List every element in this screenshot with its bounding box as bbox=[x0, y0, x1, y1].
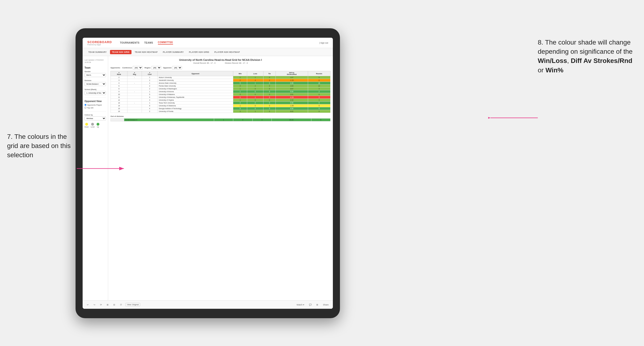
cell-conf: 1 bbox=[142, 76, 158, 79]
cell-reg bbox=[128, 110, 142, 113]
cell-rounds: 16 bbox=[308, 82, 330, 85]
nav-item-tournaments[interactable]: TOURNAMENTS bbox=[120, 41, 140, 44]
opponents-label: Opponents: bbox=[110, 67, 120, 69]
cell-diff: -4.33 bbox=[276, 96, 308, 99]
cell-rank: 9 bbox=[111, 90, 128, 93]
cell-conf: 6 bbox=[142, 96, 158, 99]
table-row: 82University of Washington1003.673 bbox=[111, 87, 330, 90]
cell-reg: - bbox=[128, 90, 142, 93]
out-div-name: NCAA Division II bbox=[124, 119, 214, 121]
cell-reg bbox=[128, 104, 142, 107]
col-win: Win bbox=[233, 71, 247, 76]
cell-opponent: University of Arkansas, Fayetteville bbox=[158, 96, 233, 99]
cell-win: 3 bbox=[233, 110, 247, 113]
conference-select[interactable]: (All) bbox=[133, 66, 142, 70]
conference-label: Conference bbox=[122, 67, 132, 69]
cell-conf: 1 bbox=[142, 102, 158, 104]
colour-by-select[interactable]: Win/loss bbox=[84, 116, 106, 120]
sub-nav-team-h2h-grid[interactable]: TEAM H2H GRID bbox=[110, 50, 132, 54]
sign-out-link[interactable]: | Sign out bbox=[319, 42, 328, 44]
cell-opponent: Auburn University bbox=[158, 76, 233, 79]
region-select[interactable]: (All) bbox=[151, 66, 161, 70]
cell-conf: 1 bbox=[142, 82, 158, 85]
opponent-select[interactable]: (All) bbox=[172, 66, 182, 70]
logo-text: SCOREBOARD bbox=[87, 40, 112, 44]
col-diff: Diff AvStrokes/Rnd bbox=[276, 71, 308, 76]
team-section-title: Team bbox=[84, 66, 106, 69]
cell-win: 1 bbox=[233, 99, 247, 102]
cell-conf: 6 bbox=[142, 104, 158, 107]
table-row: 13-1Texas Tech University3005.569 bbox=[111, 102, 330, 104]
cell-loss: 4 bbox=[247, 79, 264, 82]
division-label: Division bbox=[84, 79, 106, 82]
cell-reg bbox=[128, 87, 142, 90]
cell-tie: 0 bbox=[264, 104, 276, 107]
nav-items: TOURNAMENTS TEAMS COMMITTEE bbox=[120, 41, 173, 44]
sub-nav-player-h2h-grid[interactable]: PLAYER H2H GRID bbox=[187, 50, 211, 54]
cell-diff: 2.33 bbox=[276, 99, 308, 102]
cell-win: 1 bbox=[233, 90, 247, 93]
col-tie: Tie bbox=[264, 71, 276, 76]
radio-opponents-played[interactable]: Opponents Played bbox=[84, 104, 106, 106]
nav-item-teams[interactable]: TEAMS bbox=[144, 41, 153, 44]
out-div-win: 1 bbox=[214, 119, 233, 121]
crop-btn[interactable]: ⊞ bbox=[105, 303, 110, 307]
region-label: Region bbox=[144, 67, 150, 69]
cell-tie: 0 bbox=[264, 99, 276, 102]
panel-divider-1 bbox=[84, 97, 106, 98]
table-row: 105University of Alabama3002.618 bbox=[111, 93, 330, 96]
cell-rounds: 12 bbox=[308, 85, 330, 87]
grid-subtitle: Overall Record: 89 - 17 - 0 Division Rec… bbox=[110, 62, 330, 64]
cell-loss: 0 bbox=[247, 90, 264, 93]
cell-loss: 0 bbox=[247, 104, 264, 107]
cell-opponent: Florida State University bbox=[158, 85, 233, 87]
division-select[interactable]: NCAA Division I bbox=[84, 82, 106, 86]
school-select[interactable]: 1. University of Nort... bbox=[84, 91, 106, 95]
gender-select[interactable]: Men's bbox=[84, 73, 106, 77]
cell-conf: 2 bbox=[142, 85, 158, 87]
cell-diff: 1.83 bbox=[276, 85, 308, 87]
cell-diff: 9.00 bbox=[276, 90, 308, 93]
cell-rank: 12 bbox=[111, 99, 128, 102]
table-row: 32Vanderbilt University040-2.298 bbox=[111, 79, 330, 82]
cell-win: 4 bbox=[233, 85, 247, 87]
logo-sub: Powered by clippd bbox=[87, 44, 112, 45]
school-field: School (Rank) 1. University of Nort... bbox=[84, 88, 106, 95]
opponent-view-title: Opponent View bbox=[84, 100, 106, 103]
cell-reg: - bbox=[128, 76, 142, 79]
col-reg: #Reg bbox=[128, 71, 142, 76]
cell-conf: 4 bbox=[142, 107, 158, 110]
cell-rank: 16 bbox=[111, 110, 128, 113]
cell-tie: 0 bbox=[264, 107, 276, 110]
nav-item-committee[interactable]: COMMITTEE bbox=[158, 41, 173, 44]
sub-nav-player-summary[interactable]: PLAYER SUMMARY bbox=[161, 50, 186, 54]
layout2-btn[interactable]: ⊞ bbox=[315, 303, 320, 307]
redo-btn[interactable]: ↪ bbox=[92, 303, 97, 307]
share-btn[interactable]: Share bbox=[322, 303, 330, 307]
watch-btn[interactable]: Watch ▾ bbox=[295, 303, 306, 307]
cell-conf: 3 bbox=[142, 99, 158, 102]
panel-divider-2 bbox=[84, 111, 106, 112]
view-original-btn[interactable]: View: Original bbox=[125, 303, 140, 306]
layout-btn[interactable]: ⊟ bbox=[112, 303, 116, 307]
cell-win: 3 bbox=[233, 93, 247, 96]
col-rank: #Rank bbox=[111, 71, 128, 76]
comment-btn[interactable]: 💬 bbox=[308, 303, 313, 307]
clock-btn[interactable]: ⏱ bbox=[118, 303, 124, 307]
cell-conf: 2 bbox=[142, 110, 158, 113]
cell-conf: 2 bbox=[142, 87, 158, 90]
cell-opponent: Georgia Institute of Technology bbox=[158, 107, 233, 110]
sub-nav-player-h2h-heatmap[interactable]: PLAYER H2H HEATMAP bbox=[212, 50, 242, 54]
cell-loss: 1 bbox=[247, 82, 264, 85]
undo-btn[interactable]: ↩ bbox=[86, 303, 90, 307]
cell-rank: 11 bbox=[111, 96, 128, 99]
cell-loss: 0 bbox=[247, 102, 264, 104]
cell-loss: 1 bbox=[247, 96, 264, 99]
reset-btn[interactable]: ⟳ bbox=[99, 303, 104, 307]
sub-nav-team-h2h-heatmap[interactable]: TEAM H2H HEATMAP bbox=[133, 50, 160, 54]
sub-nav-team-summary[interactable]: TEAM SUMMARY bbox=[86, 50, 108, 54]
radio-top-100[interactable]: Top 100 bbox=[84, 107, 106, 109]
cell-opponent: Arizona State University bbox=[158, 82, 233, 85]
legend-level-dot bbox=[91, 123, 94, 126]
table-row: 146University of Oklahoma100-1.009 bbox=[111, 104, 330, 107]
